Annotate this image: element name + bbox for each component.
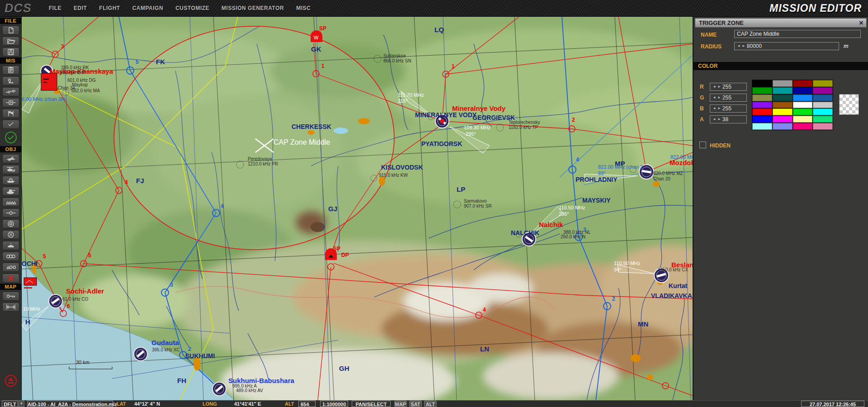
add-airplane-button[interactable] <box>2 154 19 163</box>
palette-swatch[interactable] <box>773 116 793 123</box>
channel-row-a: A◄►38 <box>700 115 747 123</box>
map-label: 5 <box>88 252 91 259</box>
palette-swatch[interactable] <box>773 80 793 87</box>
palette-swatch[interactable] <box>813 80 833 87</box>
cursor-mode[interactable]: PAN/SELECT <box>352 401 391 407</box>
stepper-right-icon[interactable]: ► <box>717 96 721 99</box>
menu-mission-generator[interactable]: MISSION GENERATOR <box>222 5 284 11</box>
palette-swatch[interactable] <box>773 102 793 109</box>
map-label: 5 <box>136 59 139 65</box>
open-mission-button[interactable] <box>2 37 19 46</box>
menu-misc[interactable]: MISC <box>296 5 311 11</box>
palette-swatch[interactable] <box>793 80 813 87</box>
map-label: FK <box>156 58 165 66</box>
menu-edit[interactable]: EDIT <box>74 5 87 11</box>
stepper-left-icon[interactable]: ◄ <box>712 107 716 110</box>
group-tool-button[interactable] <box>2 252 19 261</box>
close-icon[interactable]: × <box>859 19 863 27</box>
weather-icon <box>5 77 16 85</box>
radius-unit: m <box>844 43 849 49</box>
palette-swatch[interactable] <box>793 95 813 101</box>
palette-swatch[interactable] <box>752 109 772 115</box>
stepper-right-icon[interactable]: ► <box>717 85 721 89</box>
palette-swatch[interactable] <box>752 123 772 130</box>
menu-campaign[interactable]: CAMPAIGN <box>132 5 163 11</box>
map-label: 395.0 kHz XC <box>152 347 180 352</box>
palette-swatch[interactable] <box>752 116 772 123</box>
add-helicopter-button[interactable] <box>2 165 19 174</box>
mission-options-button[interactable] <box>2 98 19 107</box>
palette-swatch[interactable] <box>773 95 793 101</box>
palette-swatch[interactable] <box>813 95 833 101</box>
stepper-left-icon[interactable]: ◄ <box>712 118 716 121</box>
add-trigger-zone-button[interactable] <box>2 219 19 228</box>
layer-dropdown-icon[interactable]: ▼ <box>19 401 24 407</box>
stepper-right-icon[interactable]: ► <box>742 44 745 48</box>
delete-object-button[interactable] <box>2 274 19 283</box>
palette-swatch[interactable] <box>813 102 833 109</box>
palette-swatch[interactable] <box>773 123 793 130</box>
exit-eject-icon[interactable] <box>5 375 17 387</box>
add-ship-button[interactable] <box>2 176 19 185</box>
validate-check-icon[interactable] <box>5 132 17 143</box>
menu-flight[interactable]: FLIGHT <box>99 5 120 11</box>
hidden-checkbox[interactable] <box>699 142 706 148</box>
palette-swatch[interactable] <box>793 123 813 130</box>
map-key-button[interactable] <box>2 292 19 301</box>
radius-stepper[interactable]: ◄ ► 80000 <box>734 42 839 50</box>
color-preview-swatch[interactable] <box>839 94 859 115</box>
zone-remove-icon <box>5 231 16 238</box>
channel-stepper[interactable]: ◄►38 <box>710 115 747 123</box>
map-canvas[interactable]: FKLQGKFJGJLPMPLNMNGHFHHCHERKESSKPYATIGOR… <box>22 17 693 400</box>
palette-swatch[interactable] <box>813 87 833 94</box>
palette-swatch[interactable] <box>773 109 793 115</box>
view-button-alt[interactable]: ALT <box>424 401 437 407</box>
stepper-left-icon[interactable]: ◄ <box>712 85 716 89</box>
panel-titlebar[interactable]: TRIGGER ZONE × <box>695 18 867 28</box>
palette-swatch[interactable] <box>752 95 772 101</box>
channel-stepper[interactable]: ◄►255 <box>710 104 747 113</box>
palette-swatch[interactable] <box>793 116 813 123</box>
channel-label: G <box>700 95 710 101</box>
new-mission-button[interactable] <box>2 26 19 35</box>
menu-customize[interactable]: CUSTOMIZE <box>175 5 209 11</box>
weather-button[interactable] <box>2 76 19 85</box>
briefing-button[interactable] <box>2 66 19 75</box>
save-mission-button[interactable] <box>2 47 19 57</box>
palette-swatch[interactable] <box>793 102 813 109</box>
goal-flags-button[interactable] <box>2 109 19 118</box>
stepper-left-icon[interactable]: ◄ <box>737 44 741 48</box>
view-button-sat[interactable]: SAT <box>409 401 422 407</box>
stepper-right-icon[interactable]: ► <box>717 118 721 121</box>
route-tool-button[interactable] <box>2 87 19 96</box>
palette-swatch[interactable] <box>752 102 772 109</box>
add-static-object-button[interactable] <box>2 241 19 250</box>
palette-swatch[interactable] <box>793 109 813 115</box>
add-template-button[interactable] <box>2 198 19 207</box>
color-section-header: COLOR <box>693 62 868 70</box>
mission-check-button[interactable] <box>2 120 19 129</box>
layer-select[interactable]: DFLT <box>2 401 18 407</box>
palette-swatch[interactable] <box>813 123 833 130</box>
add-waypoint-button[interactable] <box>2 208 19 218</box>
stepper-right-icon[interactable]: ► <box>717 107 721 110</box>
palette-swatch[interactable] <box>813 109 833 115</box>
add-vehicle-button[interactable] <box>2 187 19 196</box>
palette-swatch[interactable] <box>813 116 833 123</box>
map-label: LQ <box>434 26 444 33</box>
view-button-map[interactable]: MAP <box>394 401 407 407</box>
remove-zone-button[interactable] <box>2 230 19 239</box>
channel-stepper[interactable]: ◄►255 <box>710 83 747 91</box>
palette-swatch[interactable] <box>752 87 772 94</box>
distance-tool-button[interactable] <box>2 303 19 312</box>
stepper-left-icon[interactable]: ◄ <box>712 96 716 99</box>
palette-swatch[interactable] <box>752 80 772 87</box>
draw-shapes-button[interactable] <box>2 263 19 272</box>
map-label: 110.50 MHz <box>614 260 641 266</box>
menu-file[interactable]: FILE <box>49 5 61 11</box>
palette-swatch[interactable] <box>773 87 793 94</box>
airfield-sochi <box>49 294 62 308</box>
zone-name-input[interactable] <box>734 30 861 38</box>
palette-swatch[interactable] <box>793 87 813 94</box>
channel-stepper[interactable]: ◄►255 <box>710 94 747 102</box>
